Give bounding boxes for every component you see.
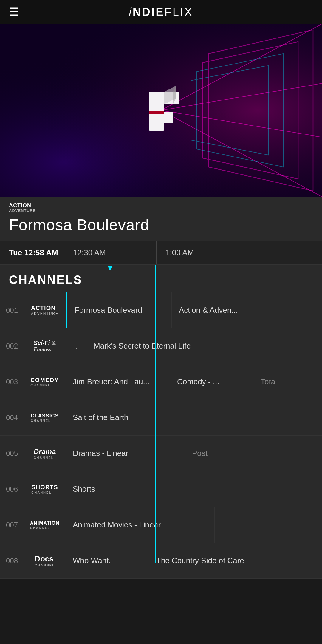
channel-badge: ACTION ADVENTURE: [9, 203, 313, 213]
channel-programs-001: Formosa Boulevard Action & Adven...: [67, 292, 322, 328]
program-003-3: Tota: [253, 364, 322, 400]
channel-row-003[interactable]: 003 COMEDYCHANNEL Jim Breuer: And Lau...…: [0, 364, 322, 400]
show-info: ACTION ADVENTURE Formosa Boulevard: [0, 197, 322, 241]
channel-logo-004: CLASSICSCHANNEL: [24, 400, 66, 435]
channel-programs-004: Salt of the Earth: [66, 400, 322, 435]
program-001-2: Action & Adven...: [172, 292, 255, 328]
timeline-bar: Tue 12:58 AM 12:30 AM 1:00 AM: [0, 241, 322, 265]
channel-programs-007: Animated Movies - Linear: [66, 507, 322, 543]
channel-programs-003: Jim Breuer: And Lau... Comedy - ... Tota: [66, 364, 322, 400]
program-005-1: Dramas - Linear: [66, 436, 185, 471]
channel-logo-005: DramaCHANNEL: [24, 436, 66, 471]
channel-num-006: 006: [0, 471, 24, 507]
channel-row-005[interactable]: 005 DramaCHANNEL Dramas - Linear Post: [0, 436, 322, 471]
channel-logo-008: DocsCHANNEL: [24, 543, 66, 578]
channel-badge-text: ACTION ADVENTURE: [9, 203, 36, 213]
channels-header: CHANNELS: [0, 265, 322, 292]
program-001-1: Formosa Boulevard: [67, 292, 172, 328]
hero-banner[interactable]: [0, 24, 322, 197]
channel-logo-001: ACTIONADVENTURE: [24, 292, 66, 328]
timeline-slot-100: 1:00 AM: [157, 241, 322, 264]
program-004-1: Salt of the Earth: [66, 400, 185, 435]
channel-programs-006: Shorts: [66, 471, 322, 507]
channel-logo-006: SHORTSCHANNEL: [24, 471, 66, 507]
channel-row-001[interactable]: 001 ACTIONADVENTURE Formosa Boulevard Ac…: [0, 292, 322, 328]
channel-row-006[interactable]: 006 SHORTSCHANNEL Shorts: [0, 471, 322, 507]
menu-icon[interactable]: ☰: [9, 6, 18, 18]
channel-num-001: 001: [0, 292, 24, 328]
channel-logo-003: COMEDYCHANNEL: [24, 364, 66, 400]
current-time: Tue 12:58 AM: [0, 241, 64, 264]
channel-logo-007: ANIMATIONCHANNEL: [24, 507, 66, 543]
channel-num-004: 004: [0, 400, 24, 435]
program-007-1: Animated Movies - Linear: [66, 507, 215, 543]
channel-num-008: 008: [0, 543, 24, 578]
channel-programs-005: Dramas - Linear Post: [66, 436, 322, 471]
timeline-wrapper: Tue 12:58 AM 12:30 AM 1:00 AM CHANNELS 0…: [0, 241, 322, 579]
svg-rect-16: [149, 111, 164, 114]
program-002-dot: .: [69, 328, 86, 364]
channel-row-002[interactable]: 002 Sci-Fi &Fantasy . Mark's Secret to E…: [0, 328, 322, 364]
program-005-2: Post: [185, 436, 268, 471]
program-003-2: Comedy - ...: [170, 364, 253, 400]
program-008-2: The Country Side of Care: [149, 543, 253, 578]
channel-num-003: 003: [0, 364, 24, 400]
header: ☰ iNDIEFLIX: [0, 0, 322, 24]
channel-programs-008: Who Want... The Country Side of Care: [66, 543, 322, 578]
timeline-slot-1230: 12:30 AM: [64, 241, 157, 264]
program-008-1: Who Want...: [66, 543, 149, 578]
channel-num-002: 002: [0, 328, 24, 364]
channel-num-005: 005: [0, 436, 24, 471]
program-002-1: Mark's Secret to Eternal Life: [86, 328, 198, 364]
app-logo: iNDIEFLIX: [129, 6, 193, 18]
channel-logo-002: Sci-Fi &Fantasy: [24, 328, 66, 364]
hero-logo: [128, 77, 194, 144]
program-006-1: Shorts: [66, 471, 185, 507]
channel-row-008[interactable]: 008 DocsCHANNEL Who Want... The Country …: [0, 543, 322, 579]
channel-row-004[interactable]: 004 CLASSICSCHANNEL Salt of the Earth: [0, 400, 322, 436]
current-show-title: Formosa Boulevard: [9, 216, 313, 234]
program-003-1: Jim Breuer: And Lau...: [66, 364, 170, 400]
channel-programs-002: . Mark's Secret to Eternal Life: [66, 328, 322, 364]
channel-row-007[interactable]: 007 ANIMATIONCHANNEL Animated Movies - L…: [0, 507, 322, 543]
channel-num-007: 007: [0, 507, 24, 543]
